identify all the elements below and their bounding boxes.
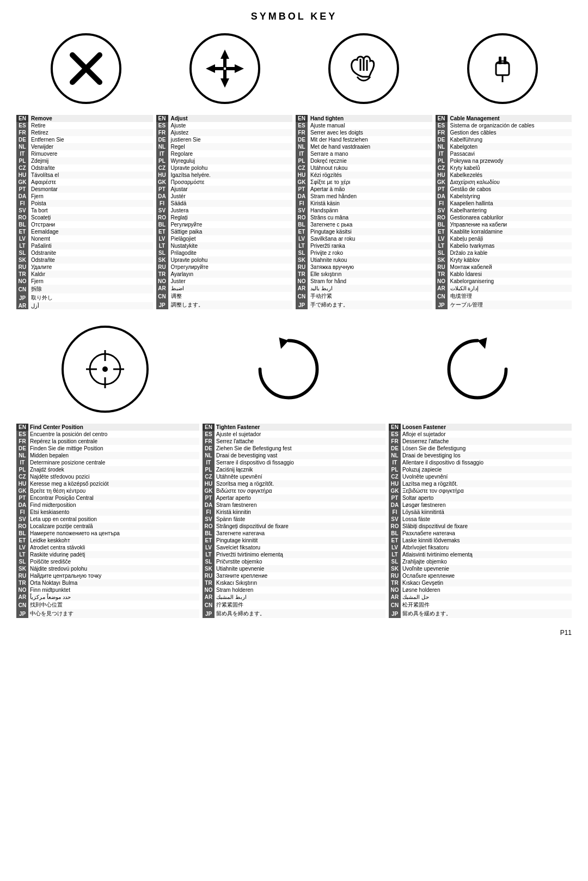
table2-header-code: EN: [156, 115, 168, 122]
table2-header-text: Adjust: [168, 115, 293, 122]
remove-table: EN Remove ESRetire FRRetirez DEEntfernen…: [16, 115, 153, 309]
top-icons-row: [16, 33, 572, 104]
svg-marker-8: [235, 64, 244, 73]
table1-header-text: Remove: [28, 115, 153, 122]
svg-rect-14: [499, 57, 501, 64]
svg-marker-6: [206, 64, 215, 73]
page-number: P11: [16, 629, 572, 637]
cable-management-table: EN Cable Management ESSistema de organiz…: [436, 115, 572, 309]
table5-header-text: Find Center Position: [28, 424, 199, 431]
svg-rect-3: [223, 58, 226, 68]
svg-rect-9: [226, 67, 236, 70]
svg-marker-28: [477, 338, 487, 349]
tighten-fastener-table: EN Tighten Fastener ESAjuste el sujetado…: [203, 424, 385, 618]
tighten-fastener-icon: [240, 326, 338, 413]
loosen-fastener-icon: [428, 326, 526, 413]
hand-tighten-icon: [328, 33, 399, 104]
table7-header-text: Loosen Fastener: [401, 424, 572, 431]
table3-header-code: EN: [296, 115, 308, 122]
table3-header-text: Hand tighten: [308, 115, 432, 122]
page-title: SYMBOL KEY: [16, 11, 572, 22]
svg-rect-7: [214, 67, 224, 70]
svg-marker-4: [220, 78, 229, 88]
table4-header-text: Cable Management: [448, 115, 572, 122]
table5-header-code: EN: [16, 424, 28, 431]
table7-header-code: EN: [389, 424, 401, 431]
tables-row-2: EN Find Center Position ESEncuentre la p…: [16, 424, 572, 618]
cable-management-icon: [467, 33, 538, 104]
adjust-icon: [189, 33, 260, 104]
svg-marker-2: [220, 50, 229, 59]
tables-row-1: EN Remove ESRetire FRRetirez DEEntfernen…: [16, 115, 572, 309]
svg-rect-15: [504, 57, 506, 64]
table4-header-code: EN: [436, 115, 448, 122]
loosen-fastener-table: EN Loosen Fastener ESAfloje el sujetador…: [389, 424, 572, 618]
table6-header-text: Tighten Fastener: [215, 424, 385, 431]
adjust-table: EN Adjust ESAjuste FRAjustez DEjustieren…: [156, 115, 293, 309]
find-center-table: EN Find Center Position ESEncuentre la p…: [16, 424, 199, 618]
table1-header-code: EN: [16, 115, 28, 122]
svg-point-18: [102, 366, 108, 372]
remove-icon: [51, 33, 121, 104]
table6-header-code: EN: [203, 424, 215, 431]
bottom-icons-row: [16, 326, 572, 413]
svg-rect-5: [223, 70, 226, 79]
find-center-icon: [62, 326, 149, 413]
svg-rect-13: [496, 63, 509, 75]
hand-tighten-table: EN Hand tighten ESAjuste manual FRSerrer…: [296, 115, 432, 309]
svg-marker-27: [279, 338, 289, 349]
